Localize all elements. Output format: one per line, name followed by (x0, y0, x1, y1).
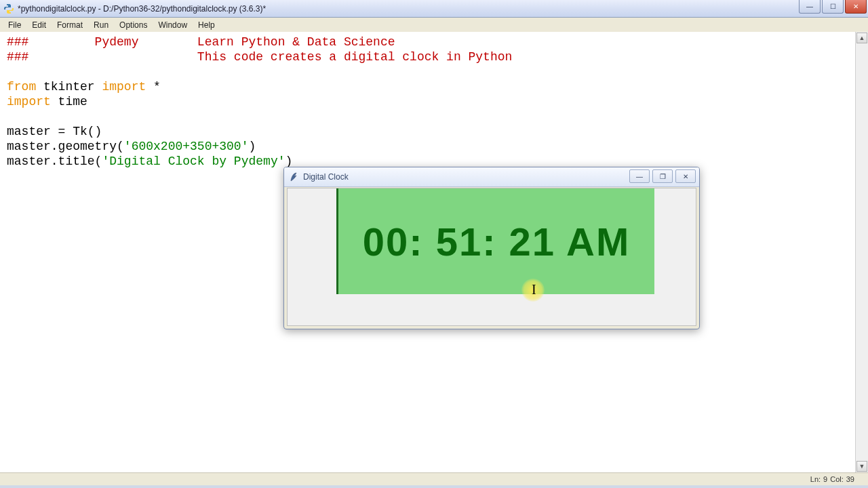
minimize-icon: — (806, 3, 813, 10)
code-line-geometry-b: ) (248, 140, 256, 153)
code-string-title: 'Digital Clock by Pydemy' (102, 155, 285, 168)
status-line-value: 9 (823, 475, 827, 483)
close-button[interactable]: ✕ (845, 0, 867, 14)
code-keyword-import-2: import (7, 95, 51, 108)
vertical-scrollbar[interactable]: ▲ ▼ (855, 32, 868, 473)
code-comment-line-1: ### Pydemy Learn Python & Data Science (7, 35, 395, 49)
code-string-geometry: '600x200+350+300' (124, 140, 249, 153)
menu-help[interactable]: Help (193, 19, 220, 31)
code-line-master-tk: master = Tk() (7, 125, 102, 138)
scroll-down-button[interactable]: ▼ (856, 461, 867, 472)
scroll-up-button[interactable]: ▲ (856, 33, 867, 43)
code-module-tkinter: tkinter (36, 80, 102, 94)
menu-options[interactable]: Options (114, 19, 153, 31)
status-col-label: Col: (830, 475, 844, 483)
code-line-title-a: master.title( (7, 155, 102, 168)
clock-close-button[interactable]: ✕ (675, 169, 696, 183)
window-title: *pythondigitalclock.py - D:/Python36-32/… (18, 4, 266, 14)
minimize-button[interactable]: — (799, 0, 821, 14)
clock-window-title: Digital Clock (303, 172, 349, 182)
minimize-icon: — (636, 173, 643, 180)
maximize-icon: ❐ (660, 173, 666, 180)
menu-run[interactable]: Run (88, 19, 114, 31)
window-titlebar[interactable]: *pythondigitalclock.py - D:/Python36-32/… (0, 0, 868, 18)
status-bar: Ln: 9 Col: 39 (0, 472, 868, 485)
clock-minimize-button[interactable]: — (629, 169, 650, 183)
menu-file[interactable]: File (3, 19, 26, 31)
code-module-time: time (51, 95, 87, 108)
clock-titlebar[interactable]: Digital Clock — ❐ ✕ (284, 167, 699, 187)
clock-maximize-button[interactable]: ❐ (652, 169, 673, 183)
maximize-icon: ☐ (830, 3, 836, 10)
tk-feather-icon (288, 171, 299, 182)
menu-edit[interactable]: Edit (26, 19, 52, 31)
status-line-label: Ln: (810, 475, 821, 483)
clock-display-panel: 00: 51: 21 AM I (336, 188, 654, 294)
code-comment-line-2: ### This code creates a digital clock in… (7, 50, 512, 64)
close-icon: ✕ (853, 3, 859, 10)
python-app-icon (3, 3, 14, 14)
code-keyword-import-1: import (102, 80, 146, 94)
menu-bar: File Edit Format Run Options Window Help (0, 18, 868, 33)
code-line-geometry-a: master.geometry( (7, 140, 124, 153)
clock-time-text: 00: 51: 21 AM (363, 219, 631, 264)
cursor-highlight (521, 279, 545, 302)
menu-window[interactable]: Window (153, 19, 193, 31)
code-line-title-b: ) (285, 155, 292, 168)
chevron-up-icon: ▲ (859, 35, 865, 41)
clock-window-controls: — ❐ ✕ (629, 169, 696, 183)
status-col-value: 39 (846, 475, 854, 483)
menu-format[interactable]: Format (52, 19, 88, 31)
text-cursor-icon: I (532, 282, 536, 298)
chevron-down-icon: ▼ (859, 463, 865, 470)
digital-clock-window[interactable]: Digital Clock — ❐ ✕ 00: 51: 21 AM I (283, 167, 700, 329)
clock-body: 00: 51: 21 AM I (287, 188, 696, 326)
code-import-star: * (146, 80, 161, 94)
code-keyword-from: from (7, 80, 36, 94)
close-icon: ✕ (683, 173, 688, 180)
maximize-button[interactable]: ☐ (822, 0, 844, 14)
window-controls: — ☐ ✕ (799, 0, 867, 14)
